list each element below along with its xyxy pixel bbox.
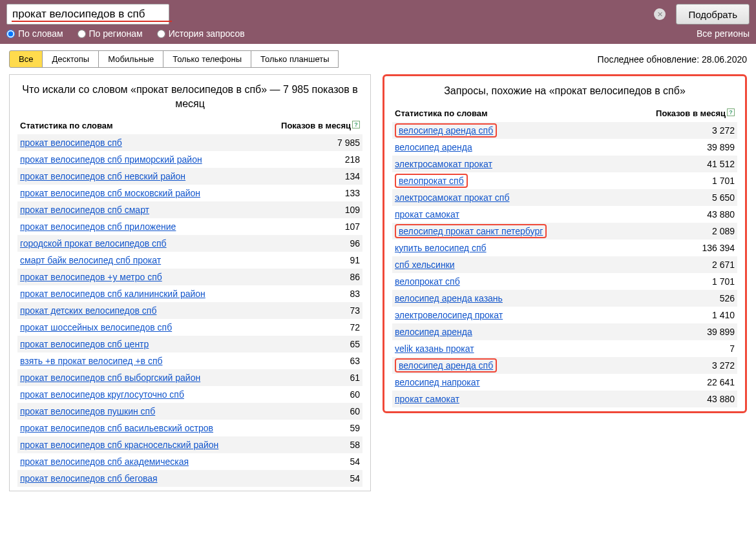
table-row: велопрокат спб1 701 <box>392 172 737 189</box>
query-link[interactable]: взять +в прокат велосипед +в спб <box>20 356 163 366</box>
help-icon[interactable]: ? <box>352 121 360 128</box>
shows-value: 2 671 <box>689 260 735 270</box>
table-row: спб хельсинки2 671 <box>392 256 737 273</box>
shows-value: 1 701 <box>689 176 735 186</box>
query-link[interactable]: велосипед напрокат <box>395 377 480 387</box>
shows-value: 39 899 <box>689 142 735 152</box>
query-link[interactable]: велосипед аренда <box>395 327 472 337</box>
query-link[interactable]: прокат велосипедов спб невский район <box>20 171 185 181</box>
search-wrap: ✕ <box>6 4 671 25</box>
shows-value: 86 <box>315 272 360 282</box>
query-link[interactable]: электросамокат прокат <box>395 159 492 169</box>
query-link[interactable]: прокат велосипедов спб беговая <box>20 473 158 484</box>
shows-value: 2 089 <box>689 226 735 236</box>
query-link[interactable]: велосипед аренда казань <box>395 293 503 303</box>
regions-link[interactable]: Все регионы <box>697 28 750 39</box>
query-link[interactable]: прокат велосипедов спб приложение <box>20 221 176 232</box>
table-row: прокат шоссейных велосипедов спб72 <box>17 319 362 336</box>
query-link[interactable]: velik казань прокат <box>395 343 474 354</box>
shows-value: 39 899 <box>689 327 735 337</box>
query-link[interactable]: прокат самокат <box>395 209 459 220</box>
query-link[interactable]: прокат велосипедов спб центр <box>20 339 149 349</box>
query-link[interactable]: прокат велосипедов пушкин спб <box>20 406 155 416</box>
table-row: прокат самокат43 880 <box>392 206 737 223</box>
th-stat: Статистика по словам <box>20 121 281 130</box>
radio-history[interactable]: История запросов <box>157 28 245 39</box>
search-underline-annotation <box>12 21 172 22</box>
query-link[interactable]: прокат велосипедов спб выборгский район <box>20 373 200 383</box>
table-row: велопрокат спб1 701 <box>392 273 737 290</box>
radio-by-words[interactable]: По словам <box>6 28 63 39</box>
shows-value: 60 <box>315 406 360 416</box>
shows-value: 54 <box>315 456 360 467</box>
query-link[interactable]: велопрокат спб <box>395 174 468 188</box>
clear-icon[interactable]: ✕ <box>654 8 666 20</box>
query-link[interactable]: прокат велосипедов спб приморский район <box>20 154 202 165</box>
shows-value: 5 650 <box>689 192 735 203</box>
query-link[interactable]: городской прокат велосипедов спб <box>20 238 167 249</box>
query-link[interactable]: велосипед аренда спб <box>395 358 497 373</box>
shows-value: 133 <box>315 188 360 198</box>
query-link[interactable]: прокат велосипедов спб академическая <box>20 456 189 467</box>
shows-value: 22 641 <box>689 377 735 387</box>
table-row: прокат велосипедов спб васильевский остр… <box>17 420 362 436</box>
query-link[interactable]: прокат велосипедов спб калининский район <box>20 289 205 299</box>
radio-by-regions[interactable]: По регионам <box>78 28 143 39</box>
table-row: велосипед аренда спб3 272 <box>392 122 737 139</box>
query-link[interactable]: купить велосипед спб <box>395 243 487 253</box>
table-row: электросамокат прокат41 512 <box>392 156 737 172</box>
tabs-row: Все Десктопы Мобильные Только телефоны Т… <box>0 44 756 74</box>
shows-value: 58 <box>315 440 360 450</box>
query-link[interactable]: прокат велосипедов спб <box>20 138 122 148</box>
shows-value: 73 <box>315 305 360 316</box>
shows-value: 3 272 <box>689 125 735 136</box>
tab-mobile[interactable]: Мобильные <box>98 50 163 68</box>
tab-phones[interactable]: Только телефоны <box>163 50 251 68</box>
update-info: Последнее обновление: 28.06.2020 <box>598 54 747 65</box>
query-link[interactable]: прокат велосипедов спб васильевский остр… <box>20 423 213 433</box>
tab-desktops[interactable]: Десктопы <box>42 50 99 68</box>
shows-value: 7 985 <box>315 138 360 148</box>
shows-value: 91 <box>315 255 360 265</box>
query-link[interactable]: велосипед аренда спб <box>395 123 497 138</box>
shows-value: 1 410 <box>689 310 735 320</box>
table-row: купить велосипед спб136 394 <box>392 240 737 256</box>
query-link[interactable]: прокат велосипедов +у метро спб <box>20 272 162 282</box>
shows-value: 7 <box>689 343 735 354</box>
query-link[interactable]: прокат велосипедов спб московский район <box>20 188 200 198</box>
query-link[interactable]: прокат детских велосипедов спб <box>20 305 156 316</box>
query-link[interactable]: велосипед прокат санкт петербург <box>395 224 547 238</box>
th-shows: Показов в месяц <box>281 121 351 130</box>
query-link[interactable]: смарт байк велосипед спб прокат <box>20 255 161 265</box>
shows-value: 54 <box>315 473 360 484</box>
tab-all[interactable]: Все <box>9 50 43 68</box>
query-link[interactable]: прокат велосипедов круглосуточно спб <box>20 389 184 400</box>
query-link[interactable]: электросамокат прокат спб <box>395 192 509 203</box>
shows-value: 107 <box>315 221 360 232</box>
table-row: прокат велосипедов спб красносельский ра… <box>17 436 362 453</box>
query-link[interactable]: прокат велосипедов спб красносельский ра… <box>20 440 218 450</box>
query-link[interactable]: прокат велосипедов спб смарт <box>20 205 149 215</box>
help-icon[interactable]: ? <box>727 108 735 116</box>
table-row: прокат велосипедов спб калининский район… <box>17 285 362 302</box>
query-link[interactable]: прокат шоссейных велосипедов спб <box>20 322 172 332</box>
query-link[interactable]: велосипед аренда <box>395 142 472 152</box>
table-row: электросамокат прокат спб5 650 <box>392 189 737 206</box>
query-link[interactable]: спб хельсинки <box>395 260 455 270</box>
query-link[interactable]: прокат самокат <box>395 394 459 404</box>
table-row: взять +в прокат велосипед +в спб63 <box>17 353 362 369</box>
header-bar: ✕ Подобрать По словам По регионам Истори… <box>0 0 756 44</box>
shows-value: 41 512 <box>689 159 735 169</box>
shows-value: 1 701 <box>689 276 735 287</box>
tab-tablets[interactable]: Только планшеты <box>251 50 339 68</box>
query-link[interactable]: велопрокат спб <box>395 276 460 287</box>
table-row: прокат велосипедов спб приморский район2… <box>17 151 362 168</box>
shows-value: 65 <box>315 339 360 349</box>
table-row: велосипед напрокат22 641 <box>392 374 737 391</box>
table-row: прокат велосипедов спб академическая54 <box>17 453 362 470</box>
shows-value: 136 394 <box>689 243 735 253</box>
table-row: прокат детских велосипедов спб73 <box>17 302 362 319</box>
table-row: велосипед аренда спб3 272 <box>392 357 737 374</box>
submit-button[interactable]: Подобрать <box>676 4 750 25</box>
query-link[interactable]: электровелосипед прокат <box>395 310 503 320</box>
